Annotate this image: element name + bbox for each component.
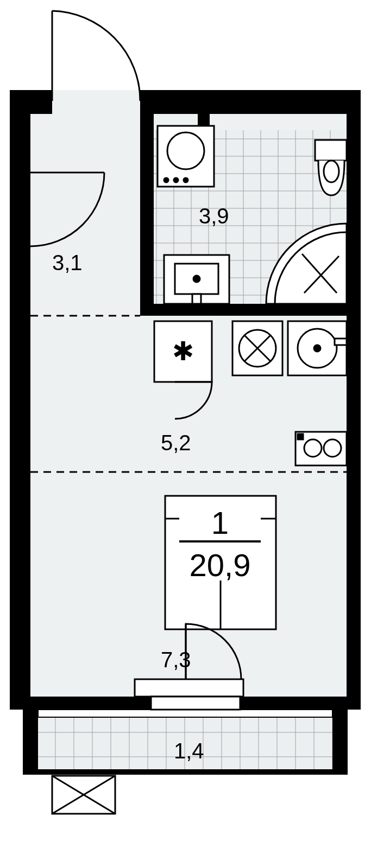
appliance-icon: [232, 321, 282, 375]
bathroom-area: 3,9: [199, 204, 229, 228]
svg-rect-11: [23, 710, 38, 775]
svg-point-27: [184, 178, 188, 182]
cooktop-icon: [295, 432, 347, 465]
svg-rect-10: [240, 697, 361, 710]
summary-block: 1 20,9 1 20,9: [179, 505, 261, 583]
svg-rect-58: [135, 679, 243, 697]
svg-rect-28: [315, 140, 347, 161]
kitchen-area: 5,2: [161, 431, 191, 455]
svg-rect-17: [38, 710, 332, 717]
svg-point-32: [193, 276, 200, 282]
svg-point-47: [304, 439, 322, 457]
svg-rect-59: [151, 697, 240, 710]
svg-rect-15: [140, 304, 361, 316]
svg-point-24: [167, 132, 204, 169]
svg-text:✱: ✱: [172, 337, 194, 366]
svg-point-44: [314, 345, 320, 352]
svg-rect-13: [23, 769, 348, 775]
kitchen-sink-icon: [288, 321, 347, 375]
floor-plan: ✱ 1: [0, 0, 371, 868]
svg-rect-14: [140, 114, 154, 316]
svg-text:20,9: 20,9: [190, 547, 251, 583]
svg-point-29: [324, 161, 339, 182]
ac-unit-icon: [52, 776, 115, 814]
living-area: 7,3: [161, 648, 191, 672]
svg-rect-9: [10, 697, 151, 710]
svg-point-48: [324, 439, 341, 457]
washing-machine-icon: [158, 126, 214, 187]
svg-rect-6: [140, 90, 361, 114]
svg-rect-8: [347, 90, 361, 710]
balcony-area: 1,4: [174, 739, 204, 763]
svg-rect-12: [332, 710, 348, 775]
svg-rect-7: [10, 90, 30, 710]
svg-rect-33: [192, 294, 201, 304]
sink-icon: [164, 255, 229, 304]
svg-text:1: 1: [211, 505, 229, 540]
svg-rect-49: [298, 434, 303, 439]
hall-area: 3,1: [52, 251, 83, 275]
svg-rect-45: [335, 339, 347, 345]
svg-point-26: [174, 178, 178, 182]
svg-point-25: [164, 178, 168, 182]
